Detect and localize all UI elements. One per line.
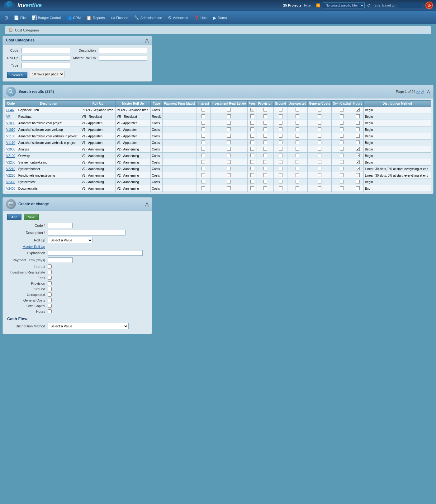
row-own-capital[interactable] — [331, 153, 352, 159]
row-inv-real-estate[interactable] — [210, 166, 247, 172]
row-ground[interactable] — [274, 179, 287, 185]
row-code[interactable]: V1100 — [5, 133, 17, 140]
row-hours[interactable] — [352, 126, 363, 133]
master-roll-up-input[interactable] — [99, 55, 147, 61]
col-description[interactable]: Description — [17, 101, 80, 107]
col-provision[interactable]: Provision — [257, 101, 274, 107]
row-fees[interactable] — [247, 172, 257, 179]
row-ground[interactable] — [274, 133, 287, 140]
breadcrumb-home-icon[interactable]: 🏠 — [9, 28, 13, 32]
row-general-costs[interactable] — [308, 120, 331, 126]
power-button[interactable]: ⏻ — [425, 2, 433, 9]
row-interest[interactable] — [197, 159, 210, 166]
row-ground[interactable] — [274, 120, 287, 126]
row-hours[interactable] — [352, 107, 363, 113]
col-master-roll[interactable]: Master Roll Up — [115, 101, 150, 107]
row-code[interactable]: VR — [5, 113, 17, 120]
row-code[interactable]: V2300 — [5, 179, 17, 185]
col-interest[interactable]: Interest — [197, 101, 210, 107]
results-panel-collapse-button[interactable]: ⋀ — [427, 89, 430, 94]
col-code[interactable]: Code — [5, 101, 17, 107]
row-hours[interactable] — [352, 185, 363, 192]
nav-item-file[interactable]: 📄 File — [11, 14, 28, 21]
row-code[interactable]: V2100 — [5, 153, 17, 159]
row-fees[interactable] — [247, 120, 257, 126]
row-own-capital[interactable] — [331, 166, 352, 172]
row-interest[interactable] — [197, 113, 210, 120]
create-explanation-input[interactable] — [48, 250, 143, 256]
add-button[interactable]: Add — [7, 214, 21, 220]
row-inv-real-estate[interactable] — [210, 140, 247, 146]
row-fees[interactable] — [247, 113, 257, 120]
row-fees[interactable] — [247, 146, 257, 153]
row-ground[interactable] — [274, 166, 287, 172]
row-provision[interactable] — [257, 153, 274, 159]
row-fees[interactable] — [247, 140, 257, 146]
row-hours[interactable] — [352, 172, 363, 179]
next-page-link[interactable]: >> — [416, 90, 420, 93]
search-button[interactable]: Search — [7, 72, 27, 78]
create-roll-up-select[interactable]: Select a Value — [48, 237, 93, 243]
row-unexpected[interactable] — [287, 179, 308, 185]
create-inv-real-estate-checkbox[interactable] — [48, 270, 52, 274]
roll-up-input[interactable] — [21, 55, 70, 61]
row-ground[interactable] — [274, 113, 287, 120]
col-fees[interactable]: Fees — [247, 101, 257, 107]
row-inv-real-estate[interactable] — [210, 146, 247, 153]
create-interest-checkbox[interactable] — [48, 264, 52, 269]
row-own-capital[interactable] — [331, 172, 352, 179]
create-fees-checkbox[interactable] — [48, 276, 52, 280]
row-unexpected[interactable] — [287, 113, 308, 120]
row-own-capital[interactable] — [331, 120, 352, 126]
row-general-costs[interactable] — [308, 166, 331, 172]
row-ground[interactable] — [274, 126, 287, 133]
row-own-capital[interactable] — [331, 179, 352, 185]
master-roll-up-link[interactable]: Master Roll Up — [7, 245, 48, 249]
row-ground[interactable] — [274, 140, 287, 146]
create-payment-term-input[interactable] — [48, 257, 73, 263]
row-general-costs[interactable] — [308, 185, 331, 192]
row-own-capital[interactable] — [331, 133, 352, 140]
row-fees[interactable] — [247, 107, 257, 113]
row-provision[interactable] — [257, 120, 274, 126]
nav-item-budget-control[interactable]: 📊 Budget Control — [29, 14, 63, 21]
row-ground[interactable] — [274, 185, 287, 192]
row-inv-real-estate[interactable] — [210, 107, 247, 113]
col-type[interactable]: Type — [150, 101, 162, 107]
row-code[interactable]: V2400 — [5, 185, 17, 192]
row-own-capital[interactable] — [331, 146, 352, 153]
row-hours[interactable] — [352, 133, 363, 140]
row-unexpected[interactable] — [287, 159, 308, 166]
row-general-costs[interactable] — [308, 133, 331, 140]
row-provision[interactable] — [257, 126, 274, 133]
nav-item-demo[interactable]: ▶ Demo — [211, 14, 229, 21]
row-unexpected[interactable] — [287, 126, 308, 133]
row-code[interactable]: V2220 — [5, 172, 17, 179]
nav-item-administration[interactable]: 🔧 Administration — [131, 14, 165, 21]
row-ground[interactable] — [274, 146, 287, 153]
row-general-costs[interactable] — [308, 126, 331, 133]
create-ground-checkbox[interactable] — [48, 287, 52, 291]
col-unexpected[interactable]: Unexpected — [287, 101, 308, 107]
create-general-costs-checkbox[interactable] — [48, 298, 52, 302]
col-inv-real-estate[interactable]: Investment Real Estate — [210, 101, 247, 107]
row-fees[interactable] — [247, 185, 257, 192]
row-interest[interactable] — [197, 179, 210, 185]
row-provision[interactable] — [257, 159, 274, 166]
row-general-costs[interactable] — [308, 159, 331, 166]
row-inv-real-estate[interactable] — [210, 153, 247, 159]
row-own-capital[interactable] — [331, 185, 352, 192]
row-own-capital[interactable] — [331, 140, 352, 146]
create-distribution-select[interactable]: Select a Value — [48, 323, 129, 329]
code-input[interactable] — [21, 48, 70, 53]
row-provision[interactable] — [257, 113, 274, 120]
col-general-costs[interactable]: General Costs — [308, 101, 331, 107]
row-general-costs[interactable] — [308, 107, 331, 113]
row-hours[interactable] — [352, 120, 363, 126]
new-button[interactable]: New — [24, 214, 39, 220]
row-code[interactable]: V1010 — [5, 126, 17, 133]
row-interest[interactable] — [197, 107, 210, 113]
row-provision[interactable] — [257, 140, 274, 146]
row-interest[interactable] — [197, 172, 210, 179]
row-interest[interactable] — [197, 133, 210, 140]
